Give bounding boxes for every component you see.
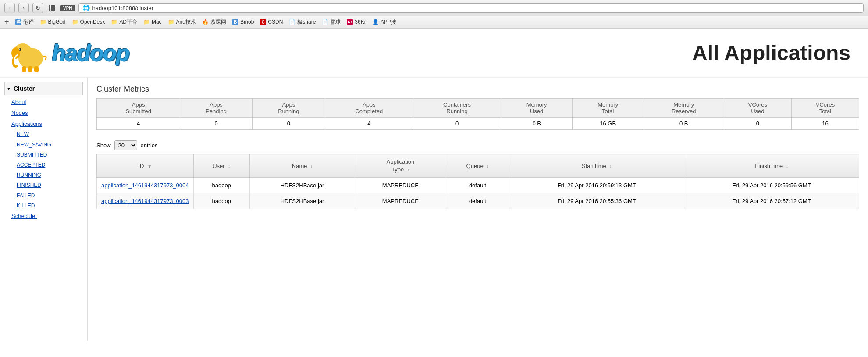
svg-rect-1 — [51, 5, 53, 7]
bookmark-label: 慕课网 — [210, 18, 226, 26]
bookmark-translate[interactable]: 译 翻译 — [15, 18, 34, 26]
bookmark-label: Bmob — [240, 19, 254, 25]
sidebar-item-failed[interactable]: FAILED — [4, 191, 83, 201]
sort-id-icon[interactable]: ▼ — [147, 164, 152, 169]
show-label: Show — [96, 142, 111, 149]
metrics-table: AppsSubmitted AppsPending AppsRunning Ap… — [96, 98, 859, 130]
bookmark-36kr[interactable]: Kr 36Kr — [347, 19, 366, 25]
hadoop-logo: hadoop — [9, 33, 129, 72]
svg-rect-6 — [49, 9, 50, 11]
sidebar-item-finished[interactable]: FINISHED — [4, 180, 83, 190]
table-row: application_1461944317973_0003 hadoop HD… — [97, 193, 859, 209]
sidebar-item-new[interactable]: NEW — [4, 129, 83, 139]
bookmarks-bar: + 译 翻译 📁 BigGod 📁 OpenDesk 📁 AD平台 📁 Mac … — [0, 16, 868, 28]
app-finishtime-cell: Fri, 29 Apr 2016 20:59:56 GMT — [684, 178, 859, 193]
col-type-label: ApplicationType — [387, 158, 415, 173]
bookmark-appsou[interactable]: 👤 APP搜 — [372, 18, 396, 26]
bookmark-label: BigGod — [48, 19, 66, 25]
applications-table: ID ▼ User ↕ Name ↕ ApplicationType — [96, 154, 859, 209]
entries-select[interactable]: 10 20 50 100 — [114, 140, 137, 150]
app-finishtime-cell: Fri, 29 Apr 2016 20:57:12 GMT — [684, 193, 859, 209]
table-row: application_1461944317973_0004 hadoop HD… — [97, 178, 859, 193]
sort-queue-icon[interactable]: ↕ — [487, 164, 489, 169]
bookmark-biggod[interactable]: 📁 BigGod — [40, 19, 66, 25]
col-header-name[interactable]: Name ↕ — [249, 154, 355, 178]
app-user-cell: hadoop — [193, 178, 249, 193]
user-icon: 👤 — [372, 19, 379, 25]
browser-chrome: ‹ › ↻ VPN 🌐 hadoop101:8088/cluster + 译 — [0, 0, 868, 29]
cluster-label: Cluster — [14, 85, 35, 92]
sidebar-item-applications[interactable]: Applications — [4, 119, 83, 130]
metric-header-vcores-used: VCoresUsed — [724, 99, 791, 118]
sidebar-item-scheduler[interactable]: Scheduler — [4, 211, 83, 221]
col-header-starttime[interactable]: StartTime ↕ — [509, 154, 684, 178]
app-user-cell: hadoop — [193, 193, 249, 209]
sort-starttime-icon[interactable]: ↕ — [609, 164, 612, 169]
app-id-link-1[interactable]: application_1461944317973_0004 — [101, 182, 189, 189]
folder-icon: 📁 — [72, 19, 78, 25]
sort-type-icon[interactable]: ↕ — [407, 168, 409, 172]
metric-apps-completed: 4 — [325, 118, 413, 130]
add-bookmark-button[interactable]: + — [4, 18, 9, 26]
hadoop-logo-text: hadoop — [52, 39, 129, 66]
reload-button[interactable]: ↻ — [32, 3, 43, 13]
sidebar-item-running[interactable]: RUNNING — [4, 170, 83, 180]
sidebar-item-about[interactable]: About — [4, 97, 83, 108]
back-button[interactable]: ‹ — [4, 3, 15, 13]
col-header-type[interactable]: ApplicationType ↕ — [355, 154, 446, 178]
bookmark-and[interactable]: 📁 And技术 — [168, 18, 196, 26]
entries-label: entries — [141, 142, 158, 149]
fire-icon: 🔥 — [202, 19, 209, 25]
sidebar-cluster-section: ▼ Cluster About Nodes Applications NEW N… — [4, 82, 83, 221]
folder-icon: 📁 — [40, 19, 46, 25]
main-content: Cluster Metrics AppsSubmitted AppsPendin… — [88, 78, 868, 341]
app-id-link-2[interactable]: application_1461944317973_0003 — [101, 198, 189, 204]
sidebar-item-new-saving[interactable]: NEW_SAVING — [4, 140, 83, 150]
col-header-queue[interactable]: Queue ↕ — [446, 154, 509, 178]
cluster-metrics-title: Cluster Metrics — [96, 85, 859, 94]
address-bar[interactable]: 🌐 hadoop101:8088/cluster — [78, 3, 864, 13]
app-type-cell: MAPREDUCE — [355, 178, 446, 193]
bookmark-label: 翻译 — [23, 18, 34, 26]
svg-point-12 — [19, 48, 21, 51]
app-queue-cell: default — [446, 193, 509, 209]
sidebar-item-killed[interactable]: KILLED — [4, 201, 83, 211]
vpn-badge[interactable]: VPN — [60, 5, 75, 11]
page-title: All Applications — [129, 41, 850, 65]
bookmark-label: OpenDesk — [80, 19, 105, 25]
bookmark-csdn[interactable]: C CSDN — [260, 19, 283, 25]
sidebar-item-nodes[interactable]: Nodes — [4, 108, 83, 119]
bookmark-mukewang[interactable]: 🔥 慕课网 — [202, 18, 226, 26]
bookmark-opendesk[interactable]: 📁 OpenDesk — [72, 19, 105, 25]
metric-header-apps-completed: AppsCompleted — [325, 99, 413, 118]
col-header-user[interactable]: User ↕ — [193, 154, 249, 178]
svg-rect-2 — [53, 5, 55, 7]
svg-rect-14 — [22, 66, 26, 72]
sort-finishtime-icon[interactable]: ↕ — [786, 164, 788, 169]
grid-button[interactable] — [46, 3, 57, 13]
bookmark-mac[interactable]: 📁 Mac — [143, 19, 162, 25]
bookmark-bmob[interactable]: B Bmob — [232, 19, 254, 25]
sidebar-item-accepted[interactable]: ACCEPTED — [4, 160, 83, 170]
metric-header-memory-total: MemoryTotal — [572, 99, 644, 118]
sort-user-icon[interactable]: ↕ — [228, 164, 230, 169]
col-header-id[interactable]: ID ▼ — [97, 154, 194, 178]
page-title-area: All Applications — [129, 41, 859, 65]
bookmark-label: Mac — [152, 19, 162, 25]
doc-icon: 📄 — [289, 19, 295, 25]
bookmark-xuequi[interactable]: 📄 雪球 — [322, 18, 341, 26]
col-finishtime-label: FinishTime — [755, 163, 783, 169]
forward-button[interactable]: › — [18, 3, 29, 13]
sidebar-item-submitted[interactable]: SUBMITTED — [4, 150, 83, 160]
metric-header-apps-pending: AppsPending — [180, 99, 252, 118]
svg-rect-5 — [53, 7, 55, 9]
sort-name-icon[interactable]: ↕ — [310, 164, 313, 169]
svg-rect-16 — [34, 66, 39, 72]
sidebar-cluster-header[interactable]: ▼ Cluster — [4, 82, 83, 95]
sidebar: ▼ Cluster About Nodes Applications NEW N… — [0, 78, 88, 341]
app-starttime-cell: Fri, 29 Apr 2016 20:59:13 GMT — [509, 178, 684, 193]
bookmark-adplatform[interactable]: 📁 AD平台 — [111, 18, 137, 26]
col-header-finishtime[interactable]: FinishTime ↕ — [684, 154, 859, 178]
doc-icon: 📄 — [322, 19, 328, 25]
bookmark-jishare[interactable]: 📄 极share — [289, 18, 316, 26]
